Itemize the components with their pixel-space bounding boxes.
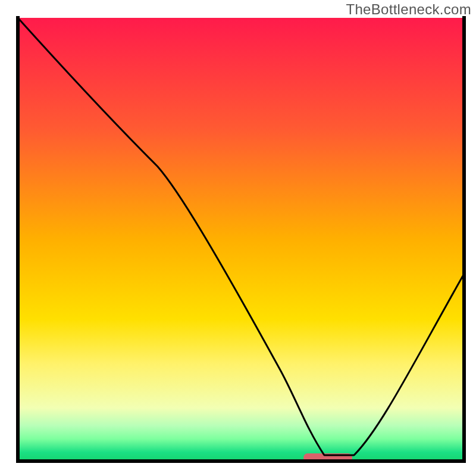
chart-container: TheBottleneck.com [0, 0, 476, 476]
bottleneck-chart [0, 0, 476, 476]
watermark-text: TheBottleneck.com [346, 1, 471, 18]
